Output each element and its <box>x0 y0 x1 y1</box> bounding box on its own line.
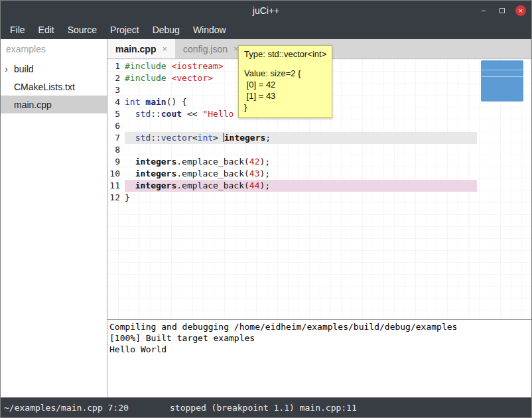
code-text[interactable] <box>125 144 477 156</box>
code-text[interactable] <box>125 120 477 132</box>
code-token: > <box>213 133 224 143</box>
code-line: 11 integers.emplace_back(44); <box>107 180 531 192</box>
line-number[interactable]: 6 <box>107 120 125 132</box>
code-text[interactable]: integers.emplace_back(44); <box>125 180 477 192</box>
tab-main-cpp[interactable]: main.cpp× <box>107 39 175 58</box>
code-line: 7 std::vector<int> integers; <box>107 132 531 144</box>
code-text[interactable]: integers.emplace_back(43); <box>125 168 477 180</box>
code-line: 9 integers.emplace_back(42); <box>107 156 531 168</box>
menubar: FileEditSourceProjectDebugWindow <box>1 21 531 39</box>
menu-file[interactable]: File <box>3 23 32 37</box>
debug-tooltip: Type: std::vector<int> Value: size=2 { [… <box>238 45 332 118</box>
code-token: integers <box>135 157 177 167</box>
chevron-right-icon[interactable]: › <box>5 64 14 74</box>
line-number[interactable]: 12 <box>107 192 125 204</box>
sidebar-item-build[interactable]: ›build <box>1 60 107 78</box>
tab-label: main.cpp <box>115 44 156 54</box>
terminal-line: Hello World <box>109 344 529 355</box>
sidebar-item-main-cpp[interactable]: main.cpp <box>1 96 107 113</box>
menu-debug[interactable]: Debug <box>146 23 186 37</box>
line-number[interactable]: 4 <box>107 96 125 108</box>
code-token: std <box>135 133 151 143</box>
menu-source[interactable]: Source <box>61 23 103 37</box>
file-label: CMakeLists.txt <box>14 82 75 92</box>
maximize-icon <box>499 8 505 13</box>
maximize-button[interactable] <box>497 5 507 16</box>
code-token <box>125 109 135 119</box>
code-line: 12} <box>107 192 531 204</box>
code-token: ); <box>260 169 271 178</box>
line-number[interactable]: 2 <box>107 72 125 84</box>
menu-edit[interactable]: Edit <box>32 23 61 37</box>
tooltip-type-line: Type: std::vector<int> <box>244 49 326 59</box>
code-token: :: <box>151 133 161 143</box>
tab-label: config.json <box>183 44 228 54</box>
code-token: .emplace_back( <box>176 157 249 167</box>
code-token: integers <box>135 169 177 178</box>
terminal-line: Compiling and debugging /home/eidheim/ex… <box>109 321 529 332</box>
code-token: < <box>192 133 198 143</box>
app-window: juCi++ − × FileEditSourceProjectDebugWin… <box>0 0 532 418</box>
line-number[interactable]: 8 <box>107 144 125 156</box>
tooltip-value-line: [0] = 42 <box>244 79 326 90</box>
code-token: () { <box>166 97 187 107</box>
line-number[interactable]: 9 <box>107 156 125 168</box>
code-token: 44 <box>249 180 260 190</box>
code-token: <iostream> <box>171 61 223 71</box>
titlebar: juCi++ − × <box>1 1 531 21</box>
scrollbar-thumb[interactable] <box>481 60 523 102</box>
code-token: #include <box>125 73 166 83</box>
line-number[interactable]: 5 <box>107 108 125 120</box>
line-number[interactable]: 1 <box>107 60 125 72</box>
menu-window[interactable]: Window <box>186 23 233 37</box>
file-tree: ›buildCMakeLists.txtmain.cpp <box>1 60 107 113</box>
terminal-output[interactable]: Compiling and debugging /home/eidheim/ex… <box>107 319 531 397</box>
status-file-position: ~/examples/main.cpp 7:20 <box>4 403 129 413</box>
status-bar: ~/examples/main.cpp 7:20 stopped (breakp… <box>1 397 531 417</box>
code-token: std <box>135 109 151 119</box>
code-token: ; <box>265 133 271 143</box>
close-button[interactable]: × <box>515 5 526 16</box>
file-label: main.cpp <box>14 100 52 110</box>
project-name: examples <box>1 39 107 60</box>
line-number[interactable]: 11 <box>107 180 125 192</box>
code-token: ); <box>260 180 271 190</box>
line-number[interactable]: 3 <box>107 84 125 96</box>
terminal-line: [100%] Built target examples <box>109 332 529 344</box>
tooltip-value-line: Value: size=2 { <box>244 68 326 79</box>
code-token: vector <box>161 133 192 143</box>
code-token: << <box>182 109 202 119</box>
code-line: 6 <box>107 120 531 132</box>
code-text[interactable]: std::vector<int> integers; <box>125 132 477 144</box>
code-token: 42 <box>249 157 260 167</box>
code-token <box>125 169 135 178</box>
tooltip-value-block: Value: size=2 { [0] = 42 [1] = 43} <box>244 68 326 113</box>
tab-close-icon[interactable]: × <box>162 44 167 54</box>
code-line: 8 <box>107 144 531 156</box>
code-token: } <box>125 192 130 202</box>
code-token: int <box>198 133 213 143</box>
window-title: juCi++ <box>253 5 279 16</box>
code-line: 10 integers.emplace_back(43); <box>107 168 531 180</box>
code-token: integers <box>224 133 266 143</box>
menu-project[interactable]: Project <box>103 23 146 37</box>
code-token: :: <box>151 109 161 119</box>
code-token: #include <box>125 61 166 71</box>
file-label: build <box>14 64 34 74</box>
code-text[interactable]: integers.emplace_back(42); <box>125 156 477 168</box>
status-debug-state: stopped (breakpoint 1.1) main.cpp:11 <box>170 403 357 413</box>
code-token: .emplace_back( <box>176 180 249 190</box>
sidebar-item-cmakelists-txt[interactable]: CMakeLists.txt <box>1 78 107 96</box>
code-token: <vector> <box>171 73 213 83</box>
line-number[interactable]: 7 <box>107 132 125 144</box>
code-text[interactable]: } <box>125 192 477 204</box>
line-number[interactable]: 10 <box>107 168 125 180</box>
code-token <box>125 180 135 190</box>
code-token: 43 <box>249 169 260 178</box>
code-token <box>125 157 135 167</box>
code-token: int <box>125 97 140 107</box>
minimize-button[interactable]: − <box>478 5 489 16</box>
tab-config-json[interactable]: config.json× <box>175 39 247 58</box>
code-token: main <box>145 97 166 107</box>
code-token: ); <box>260 157 271 167</box>
